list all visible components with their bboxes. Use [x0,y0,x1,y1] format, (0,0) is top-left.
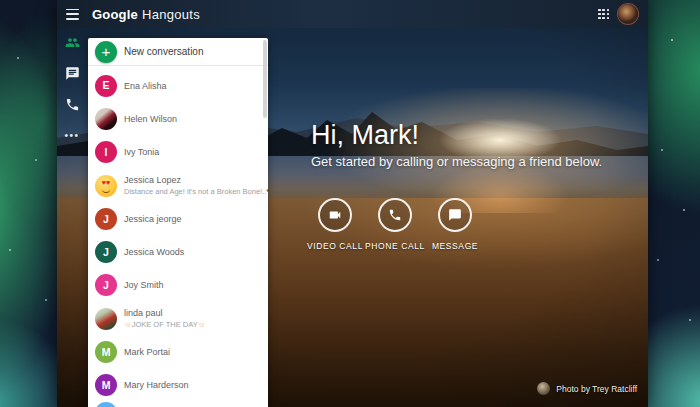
action-circle [378,198,412,232]
contact-row[interactable]: MMary Harderson [88,369,268,402]
panel-scrollbar[interactable] [263,40,267,118]
video-icon [328,208,342,222]
greeting-heading: Hi, Mark! [311,120,419,151]
message-button[interactable]: MESSAGE [420,198,490,251]
photo-credit: Photo by Trey Ratcliff [537,382,637,395]
topbar-right [598,4,638,24]
action-label: MESSAGE [432,241,478,251]
contact-avatar: M [95,374,117,396]
contacts-panel: + New conversation EEna AlishaHelen Wils… [88,38,268,407]
contact-row[interactable]: IIvy Tonia [88,136,268,169]
contact-row[interactable]: linda paul☺JOKE OF THE DAY☺ [88,302,268,335]
contact-avatar: I [95,141,117,163]
snippet-emoji: ☺ [124,320,132,329]
app-title-google: Google [92,7,138,22]
contact-avatar: E [95,75,117,97]
contact-name: Joy Smith [124,280,164,290]
contact-row[interactable]: JJessica Woods [88,235,268,268]
apps-grid-icon[interactable] [598,9,609,20]
contact-row[interactable]: MMark Portai [88,335,268,368]
app-body: Hi, Mark! Get started by calling or mess… [57,28,648,407]
contact-row[interactable]: Helen Wilson [88,102,268,135]
top-bar: GoogleHangouts [57,0,648,28]
new-conversation-button[interactable]: + New conversation [88,38,268,65]
app-title: GoogleHangouts [92,7,200,22]
contact-avatar: J [95,241,117,263]
menu-icon[interactable] [66,9,79,20]
desktop-background: GoogleHangouts Hi, Mark! [0,0,700,407]
contact-row[interactable]: JJoy Smith [88,269,268,302]
contact-name: Mary Harderson [124,380,189,390]
snippet-emoji: ❤❤ [266,187,268,196]
contact-snippet: Distance and Age! it's not a Broken Bone… [124,187,268,196]
contacts-list: EEna AlishaHelen WilsonIIvy Tonia♥♥Jessi… [88,66,268,407]
rail-item-calls[interactable] [60,92,85,117]
rail-item-contacts[interactable] [60,30,85,55]
new-conversation-label: New conversation [124,46,203,57]
contact-name: Mark Portai [124,347,170,357]
contact-row[interactable]: ♥♥Jessica LopezDistance and Age! it's no… [88,169,268,202]
more-icon: ••• [64,131,79,141]
contact-avatar [95,402,117,407]
contact-avatar: M [95,341,117,363]
hangouts-window: GoogleHangouts Hi, Mark! [57,0,648,407]
phone-icon [388,208,402,222]
contact-name: Jessica Lopez [124,175,268,185]
contact-avatar: J [95,208,117,230]
rail-item-more[interactable]: ••• [60,123,85,148]
chat-icon [65,66,80,81]
action-circle [438,198,472,232]
contact-row[interactable]: JJessica jeorge [88,202,268,235]
message-icon [448,208,462,222]
contact-row[interactable]: EEna Alisha [88,69,268,102]
left-rail: ••• [57,30,87,154]
greeting-subtitle: Get started by calling or messaging a fr… [311,154,602,169]
action-label: VIDEO CALL [307,241,363,251]
contact-avatar: ♥♥ [95,175,117,197]
app-title-hangouts: Hangouts [142,7,200,22]
emoji-mouth [102,187,110,193]
photo-credit-text: Photo by Trey Ratcliff [556,384,637,394]
contacts-icon [65,35,80,50]
contact-row[interactable] [88,402,268,407]
plus-icon: + [95,41,117,63]
contact-name: linda paul [124,308,205,318]
contact-name: Jessica Woods [124,247,184,257]
contact-avatar [95,308,117,330]
contact-avatar: J [95,274,117,296]
phone-icon [65,97,80,112]
contact-name: Ena Alisha [124,81,167,91]
photographer-avatar [537,382,550,395]
contact-avatar [95,108,117,130]
account-avatar[interactable] [618,4,638,24]
contact-name: Jessica jeorge [124,214,182,224]
snippet-emoji: ☺ [198,320,206,329]
contact-name: Helen Wilson [124,114,177,124]
contact-snippet: ☺JOKE OF THE DAY☺ [124,320,205,329]
action-circle [318,198,352,232]
heart-eyes-emoji: ♥♥ [95,179,117,186]
rail-item-conversations[interactable] [60,61,85,86]
contact-name: Ivy Tonia [124,147,159,157]
action-label: PHONE CALL [365,241,425,251]
